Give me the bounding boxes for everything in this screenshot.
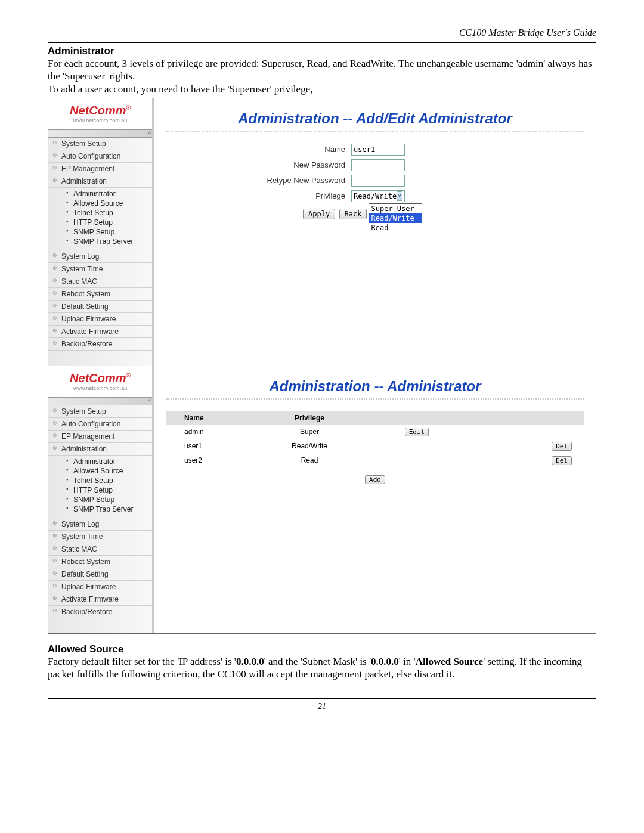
del-button[interactable]: Del [552, 442, 572, 451]
sidebar-2: NetComm® www.netcomm.com.au ^ System Set… [48, 366, 154, 633]
nav2-backup[interactable]: Backup/Restore [48, 606, 152, 618]
nav2-auto-config[interactable]: Auto Configuration [48, 418, 152, 431]
th-name: Name [166, 414, 256, 422]
th-priv: Privilege [256, 414, 363, 422]
cell-priv-2: Read [256, 456, 363, 465]
logo-2: NetComm® www.netcomm.com.au [48, 366, 152, 397]
nav2-administration[interactable]: Administration [48, 443, 152, 456]
add-button[interactable]: Add [365, 475, 385, 484]
nav2-staticmac[interactable]: Static MAC [48, 543, 152, 556]
nav-sub-snmp[interactable]: SNMP Setup [66, 227, 152, 237]
nav-activate[interactable]: Activate Firmware [48, 326, 152, 338]
header-guide: CC100 Master Bridge User's Guide [48, 27, 596, 38]
cell-name-0: admin [166, 428, 256, 436]
option-rw[interactable]: Read/Write [369, 213, 422, 223]
nav2-activate[interactable]: Activate Firmware [48, 593, 152, 606]
section-admin-p2: To add a user account, you need to have … [48, 83, 596, 95]
nav-systime[interactable]: System Time [48, 263, 152, 275]
nav2-ep-mgmt[interactable]: EP Management [48, 431, 152, 443]
sidebar: NetComm® www.netcomm.com.au ^ System Set… [48, 98, 154, 366]
input-newpw[interactable] [351, 159, 405, 171]
content-add-edit: Administration -- Add/Edit Administrator… [154, 98, 596, 366]
table-row: user2 Read Del [166, 453, 584, 467]
nav2-system-setup[interactable]: System Setup [48, 405, 152, 418]
section-allowed-body: Factory default filter set for the 'IP a… [48, 655, 596, 681]
input-name[interactable] [351, 144, 405, 156]
nav-reboot[interactable]: Reboot System [48, 288, 152, 301]
section-allowed-title: Allowed Source [48, 643, 596, 655]
nav-sub-allowed[interactable]: Allowed Source [66, 199, 152, 208]
nav-ep-mgmt[interactable]: EP Management [48, 163, 152, 175]
nav2-reboot[interactable]: Reboot System [48, 556, 152, 568]
dotted-divider-2 [166, 398, 584, 400]
header-divider [48, 42, 596, 43]
dotted-divider [166, 131, 584, 132]
nav2-upload[interactable]: Upload Firmware [48, 581, 152, 593]
cell-name-1: user1 [166, 442, 256, 450]
screenshot-add-edit-admin: NetComm® www.netcomm.com.au ^ System Set… [48, 98, 596, 366]
input-retypepw[interactable] [351, 175, 405, 187]
nav-admin-sub: Administrator Allowed Source Telnet Setu… [48, 188, 152, 250]
content-title-2: Administration -- Administrator [166, 378, 584, 395]
section-admin-p1: For each account, 3 levels of privilege … [48, 57, 596, 83]
nav-sub-administrator[interactable]: Administrator [66, 189, 152, 199]
nav2-sub-administrator[interactable]: Administrator [66, 457, 152, 466]
logo: NetComm® www.netcomm.com.au [48, 98, 152, 129]
table-row: user1 Read/Write Del [166, 439, 584, 453]
nav-sub-http[interactable]: HTTP Setup [66, 218, 152, 227]
cell-priv-1: Read/Write [256, 442, 363, 450]
nav2-sub-telnet[interactable]: Telnet Setup [66, 476, 152, 485]
scroll-up-icon[interactable]: ^ [48, 129, 152, 138]
nav-sub-telnet[interactable]: Telnet Setup [66, 208, 152, 218]
nav2-sub-snmptrap[interactable]: SNMP Trap Server [66, 504, 152, 514]
table-header: Name Privilege [166, 411, 584, 425]
nav2-systime[interactable]: System Time [48, 531, 152, 543]
content-title-1: Administration -- Add/Edit Administrator [166, 110, 584, 127]
nav-auto-config[interactable]: Auto Configuration [48, 150, 152, 163]
screenshot-admin-list: NetComm® www.netcomm.com.au ^ System Set… [48, 366, 596, 634]
scroll-up-icon-2[interactable]: ^ [48, 397, 152, 405]
label-retypepw: Retype New Password [166, 176, 351, 185]
select-privilege[interactable]: Read/Write v [351, 190, 405, 202]
nav-syslog[interactable]: System Log [48, 250, 152, 263]
footer-divider [48, 698, 596, 699]
nav-default[interactable]: Default Setting [48, 301, 152, 313]
edit-button[interactable]: Edit [405, 428, 429, 436]
nav-administration[interactable]: Administration [48, 175, 152, 188]
section-admin-title: Administrator [48, 45, 596, 57]
cell-name-2: user2 [166, 456, 256, 465]
apply-button[interactable]: Apply [303, 209, 335, 219]
cell-priv-0: Super [256, 428, 363, 436]
option-super[interactable]: Super User [369, 204, 422, 213]
content-admin-list: Administration -- Administrator Name Pri… [154, 366, 596, 633]
privilege-options[interactable]: Super User Read/Write Read [369, 203, 422, 233]
nav-sub-snmptrap[interactable]: SNMP Trap Server [66, 237, 152, 246]
chevron-down-icon: v [397, 191, 402, 201]
nav-backup[interactable]: Backup/Restore [48, 338, 152, 351]
table-row: admin Super Edit [166, 425, 584, 439]
del-button[interactable]: Del [552, 456, 572, 465]
nav2-sub-http[interactable]: HTTP Setup [66, 485, 152, 495]
nav-staticmac[interactable]: Static MAC [48, 275, 152, 288]
nav2-default[interactable]: Default Setting [48, 568, 152, 581]
nav2-sub-snmp[interactable]: SNMP Setup [66, 495, 152, 504]
option-read[interactable]: Read [369, 223, 422, 233]
nav-upload[interactable]: Upload Firmware [48, 313, 152, 326]
page-number: 21 [48, 702, 596, 711]
label-newpw: New Password [166, 160, 351, 169]
label-priv: Privilege [166, 191, 351, 200]
back-button[interactable]: Back [339, 209, 367, 219]
nav2-syslog[interactable]: System Log [48, 518, 152, 531]
label-name: Name [166, 145, 351, 154]
nav2-admin-sub: Administrator Allowed Source Telnet Setu… [48, 456, 152, 518]
nav-system-setup[interactable]: System Setup [48, 138, 152, 150]
nav2-sub-allowed[interactable]: Allowed Source [66, 466, 152, 476]
